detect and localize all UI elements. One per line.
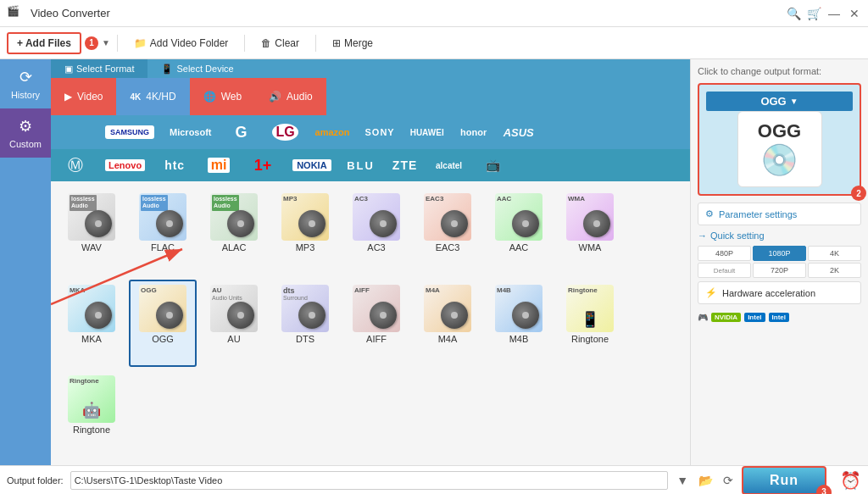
device-lenovo[interactable]: Lenovo [98,158,152,173]
folder-open-icon[interactable]: ▼ [675,472,690,489]
tab-select-format[interactable]: ▣ Select Format [51,59,147,78]
format-aiff[interactable]: AIFF AIFF [342,280,410,368]
device-tab-icon: 📱 [161,64,173,75]
device-honor[interactable]: honor [453,125,495,139]
format-flac[interactable]: losslessAudio FLAC [129,188,197,276]
toolbar-divider [117,35,118,52]
category-video[interactable]: ▶ Video [51,78,116,115]
device-logos-row1: SAMSUNG Microsoft G LG amazon SONY HUAWE… [51,115,690,149]
device-htc[interactable]: htc [153,157,196,174]
toolbar-divider-2 [244,35,245,52]
device-google[interactable]: G [220,122,263,143]
output-format-title: Click to change output format: [698,66,861,76]
cart-icon[interactable]: 🛒 [807,7,821,20]
hardware-acceleration-button[interactable]: ⚡ Hardware acceleration [698,281,861,304]
tab-select-device[interactable]: 📱 Select Device [147,59,247,78]
format-wav[interactable]: losslessAudio WAV [58,188,125,276]
format-ringtone-android[interactable]: Ringtone 🤖 Ringtone [58,370,125,458]
sidebar-item-custom[interactable]: ⚙ Custom [0,108,51,158]
device-microsoft[interactable]: Microsoft [163,125,219,139]
sidebar: ⟳ History ⚙ Custom [0,59,51,465]
device-huawei[interactable]: HUAWEI [403,126,451,139]
title-bar: 🎬 Video Converter 🔍 🛒 — ✕ [0,0,868,27]
format-au[interactable]: AU Audio Units AU [200,280,268,368]
dropdown-arrow-icon[interactable]: ▼ [102,38,110,47]
clear-icon: 🗑 [261,37,271,49]
htc-logo: htc [164,158,185,172]
quality-4k[interactable]: 4K [808,246,861,261]
quality-480p[interactable]: 480P [698,246,751,261]
device-motorola[interactable]: Ⓜ [54,153,97,177]
add-files-button[interactable]: + Add Files [7,32,81,54]
category-hd[interactable]: 4K 4K/HD [116,78,189,115]
format-wma[interactable]: WMA WMA [556,188,624,276]
zte-logo: ZTE [392,158,417,172]
device-alcatel[interactable]: alcatel [428,159,470,172]
parameter-settings-button[interactable]: ⚙ Parameter settings [698,203,861,225]
minimize-button[interactable]: — [827,7,841,20]
clear-button[interactable]: 🗑 Clear [252,33,309,53]
nokia-logo: NOKIA [292,159,331,171]
asus-logo: ASUS [504,126,534,139]
device-tv[interactable]: 📺 [472,157,515,174]
microsoft-logo: Microsoft [170,127,212,137]
device-nokia[interactable]: NOKIA [286,158,337,173]
category-audio[interactable]: 🔊 Audio [255,78,326,115]
app-title: Video Converter [31,7,787,19]
device-zte[interactable]: ZTE [384,157,426,174]
format-grid: losslessAudio WAV losslessAudio FLAC [51,181,690,465]
main-layout: ⟳ History ⚙ Custom ▣ Select Format 📱 Sel… [0,59,868,465]
format-panel: ▣ Select Format 📱 Select Device ▶ Video … [51,59,690,465]
honor-logo: honor [460,127,487,137]
toolbar-divider-3 [315,35,316,52]
format-m4a[interactable]: M4A M4A [414,280,481,368]
quality-2k[interactable]: 2K [808,263,861,278]
format-ringtone-apple[interactable]: Ringtone 📱 Ringtone [556,280,624,368]
quality-720p[interactable]: 720P [753,263,806,278]
format-eac3[interactable]: EAC3 EAC3 [414,188,481,276]
run-button[interactable]: Run [742,466,826,495]
format-alac[interactable]: losslessAudio ALAC [200,188,268,276]
device-mi[interactable]: mi [198,156,240,175]
format-ac3[interactable]: AC3 AC3 [342,188,410,276]
sidebar-item-history[interactable]: ⟳ History [0,59,51,108]
motorola-logo: Ⓜ [68,155,83,175]
search-icon[interactable]: 🔍 [787,7,800,20]
category-web[interactable]: 🌐 Web [190,78,255,115]
quality-1080p[interactable]: 1080P [753,246,806,261]
badge-2: 2 [851,186,866,201]
format-aac[interactable]: AAC AAC [485,188,553,276]
intel-badge: Intel [744,313,765,322]
device-asus[interactable]: ASUS [497,125,541,141]
right-panel: Click to change output format: OGG ▼ OGG… [690,59,868,465]
add-folder-button[interactable]: 📁 Add Video Folder [125,33,238,53]
sync-icon[interactable]: ⟳ [721,472,735,489]
hw-icon: ⚡ [705,287,717,298]
schedule-icon[interactable]: ⏰ [840,470,861,491]
merge-button[interactable]: ⊞ Merge [323,33,382,53]
device-samsung[interactable]: SAMSUNG [98,124,161,141]
ogg-large-icon: OGG 💿 [737,111,822,187]
output-folder-input[interactable] [70,471,668,490]
gpu-badges: 🎮 NVIDIA Intel Intel [698,309,861,325]
output-format-card[interactable]: OGG ▼ OGG 💿 2 [698,83,861,196]
device-lg[interactable]: LG [264,122,307,142]
device-sony[interactable]: SONY [358,125,401,139]
format-grid-wrapper: losslessAudio WAV losslessAudio FLAC [51,181,690,465]
huawei-logo: HUAWEI [410,128,444,137]
device-blu[interactable]: BLU [340,158,382,174]
arrow-right-icon: → [698,230,707,241]
web-icon: 🌐 [203,91,216,103]
device-amazon[interactable]: amazon [309,125,357,139]
format-mp3[interactable]: MP3 MP3 [271,188,339,276]
browse-folder-icon[interactable]: 📂 [697,472,715,489]
quality-default[interactable]: Default [698,263,751,278]
format-ogg[interactable]: OGG OGG [129,280,197,368]
device-apple[interactable] [54,130,97,134]
format-mka[interactable]: MKA MKA [58,280,125,368]
device-oneplus[interactable]: 1+ [242,155,284,176]
format-dts[interactable]: dts Surround DTS [271,280,339,368]
format-m4b[interactable]: M4B M4B [485,280,553,368]
close-button[interactable]: ✕ [848,7,861,20]
hd-icon: 4K [130,92,141,102]
